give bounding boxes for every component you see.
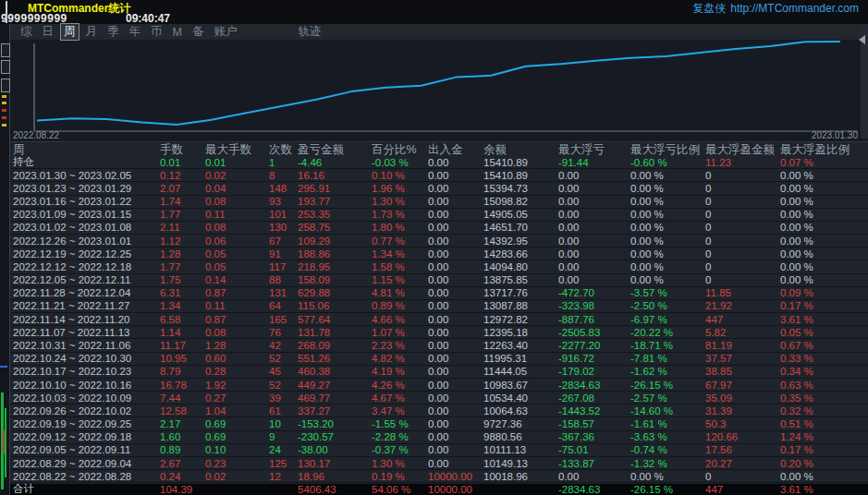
chart-start-date: 2022.08.22 [13, 130, 59, 140]
table-row[interactable]: 2022.09.19 ~ 2022.09.252.170.6910-153.20… [9, 417, 868, 430]
value-cell: -267.08 [558, 392, 630, 404]
table-row[interactable]: 2022.10.24 ~ 2022.10.3010.950.6052551.26… [9, 353, 868, 366]
menu-item-M[interactable]: M [173, 26, 182, 39]
menu-item-周[interactable]: 周 [60, 23, 79, 41]
value-cell: 0 [705, 196, 780, 207]
value-cell: 4.66 % [372, 314, 428, 325]
value-cell: 0.00 % [780, 261, 868, 272]
value-cell: 0.00 % [630, 274, 705, 285]
period-cell: 持仓 [13, 155, 160, 169]
value-cell: 10149.13 [483, 458, 558, 469]
value-cell: -2277.20 [558, 340, 630, 351]
value-cell: 0.05 [205, 261, 269, 272]
value-cell: 1.80 % [372, 222, 428, 233]
table-row[interactable]: 2022.12.05 ~ 2022.12.111.750.1488158.091… [9, 274, 868, 287]
value-cell: 0.00 [428, 261, 483, 272]
value-cell: 2.23 % [372, 340, 428, 351]
value-cell: -472.70 [558, 287, 630, 298]
col-header-手数: 手数 [160, 142, 205, 158]
value-cell: 10064.63 [483, 405, 558, 417]
value-cell: -1.62 % [630, 366, 705, 377]
value-cell: 9880.56 [483, 431, 558, 442]
collapse-arrow-icon[interactable] [859, 35, 865, 44]
table-row[interactable]: 2023.01.30 ~ 2023.02.050.120.02816.160.1… [9, 169, 868, 182]
value-cell: -14.60 % [630, 405, 705, 417]
value-cell: 35.09 [705, 392, 780, 404]
value-cell: 0.09 % [780, 287, 868, 298]
menu-item-季[interactable]: 季 [107, 24, 119, 40]
value-cell: 0.67 % [780, 340, 868, 351]
value-cell: 12263.40 [483, 340, 558, 351]
menu-item-年[interactable]: 年 [129, 24, 141, 40]
value-cell: 11.17 [160, 340, 205, 351]
menu-item-账户[interactable]: 账户 [214, 24, 237, 40]
value-cell: -7.81 % [630, 353, 705, 364]
value-cell: 0.00 [428, 380, 483, 391]
table-row[interactable]: 2022.10.17 ~ 2022.10.238.790.2845460.384… [9, 366, 868, 379]
table-row[interactable]: 2022.11.28 ~ 2022.12.046.310.87131629.88… [9, 287, 868, 300]
menu-item-月[interactable]: 月 [86, 24, 98, 40]
value-cell: 0.00 % [630, 471, 705, 482]
value-cell: 6.58 [160, 314, 205, 325]
menu-item-备[interactable]: 备 [192, 24, 204, 40]
value-cell: 20.27 [705, 458, 780, 469]
background-window-fragment [2, 116, 6, 119]
period-cell: 2023.01.16 ~ 2023.01.22 [13, 196, 160, 207]
value-cell: 93 [269, 196, 298, 207]
value-cell: 52 [269, 380, 298, 391]
value-cell: 0.00 % [780, 222, 868, 233]
col-header-最大浮盈比例: 最大浮盈比例 [780, 142, 868, 158]
value-cell: 4.81 % [372, 287, 428, 298]
brand-url[interactable]: http://MTCommander.com [730, 2, 859, 15]
table-row[interactable]: 2022.12.19 ~ 2022.12.251.280.0591188.861… [9, 248, 868, 260]
table-row[interactable]: 2022.10.10 ~ 2022.10.1616.781.9252449.27… [9, 379, 868, 392]
value-cell: 188.86 [298, 248, 372, 260]
value-cell: 67.97 [705, 380, 780, 391]
table-row[interactable]: 2022.09.26 ~ 2022.10.0212.581.0461337.27… [9, 404, 868, 417]
total-row: 合计104.395406.4354.06 %10000.00-2834.63-2… [9, 484, 868, 495]
table-row[interactable]: 2022.10.31 ~ 2022.11.0611.171.2842268.09… [9, 339, 868, 352]
value-cell: 0.02 [205, 170, 269, 181]
menu-item-日[interactable]: 日 [43, 24, 55, 40]
value-cell: 0.00 [428, 157, 483, 168]
table-row[interactable]: 2023.01.16 ~ 2023.01.221.740.0893193.771… [9, 196, 868, 209]
value-cell: -179.02 [558, 366, 630, 377]
value-cell: 0.00 % [630, 183, 705, 194]
equity-curve [37, 42, 840, 125]
background-window-fragment [2, 109, 6, 112]
table-row[interactable]: 2023.01.09 ~ 2023.01.151.770.11101253.35… [9, 209, 868, 222]
table-row[interactable]: 2022.09.05 ~ 2022.09.110.890.1024-38.00-… [9, 444, 868, 457]
table-row[interactable]: 2022.11.14 ~ 2022.11.206.580.87165577.64… [9, 313, 868, 326]
table-row[interactable]: 2023.01.23 ~ 2023.01.292.070.04148295.91… [9, 182, 868, 195]
table-row[interactable]: 2022.09.12 ~ 2022.09.181.600.699-230.57-… [9, 431, 868, 444]
value-cell: -323.98 [558, 300, 630, 311]
menu-item-综[interactable]: 综 [20, 24, 32, 40]
value-cell: -18.71 % [630, 340, 705, 351]
value-cell: 1.92 [205, 380, 269, 391]
value-cell: -1.55 % [372, 418, 428, 429]
value-cell: 31.39 [705, 405, 780, 417]
table-row[interactable]: 2022.10.03 ~ 2022.10.097.440.2739469.774… [9, 392, 868, 404]
value-cell: 2.11 [160, 222, 205, 233]
table-row[interactable]: 2022.08.29 ~ 2022.09.042.670.23125130.17… [9, 457, 868, 470]
value-cell: 1.14 [160, 327, 205, 338]
table-row[interactable]: 2023.01.02 ~ 2023.01.082.110.08130258.75… [9, 222, 868, 235]
value-cell: 0.63 % [780, 380, 868, 391]
value-cell: 12 [269, 471, 298, 482]
table-row[interactable]: 2022.12.12 ~ 2022.12.181.770.05117218.95… [9, 260, 868, 273]
menu-item-轨迹[interactable]: 轨迹 [298, 24, 321, 40]
value-cell: 2.67 [160, 458, 205, 469]
table-row[interactable]: 持仓0.010.011-4.46-0.03 %0.0015410.89-91.4… [9, 156, 868, 169]
table-row[interactable]: 2022.11.21 ~ 2022.11.271.340.1164115.060… [9, 300, 868, 313]
menu-item-币[interactable]: 币 [151, 24, 163, 40]
value-cell: 0.08 [205, 196, 269, 207]
value-cell: 14905.05 [483, 209, 558, 220]
stats-table: 持仓0.010.011-4.46-0.03 %0.0015410.89-91.4… [9, 156, 868, 484]
table-row[interactable]: 2022.12.26 ~ 2023.01.011.120.0667109.290… [9, 235, 868, 248]
table-row[interactable]: 2022.08.22 ~ 2022.08.280.240.021218.960.… [9, 470, 868, 483]
table-row[interactable]: 2022.11.07 ~ 2022.11.131.140.0876131.781… [9, 326, 868, 339]
value-cell: 0.11 [205, 209, 269, 220]
value-cell: 1.34 [160, 300, 205, 311]
period-cell: 2023.01.23 ~ 2023.01.29 [13, 183, 160, 194]
value-cell: 130.17 [298, 458, 372, 469]
